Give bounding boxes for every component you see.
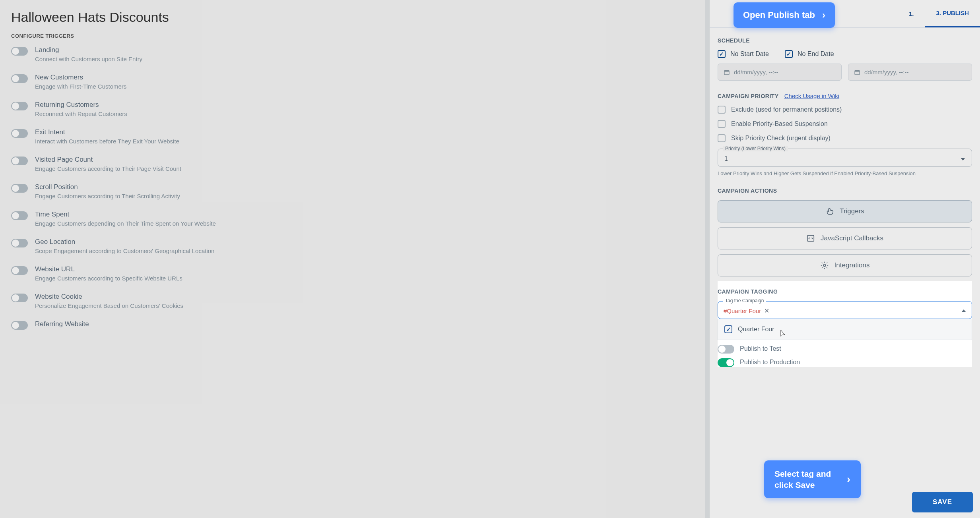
trigger-visited-page-count: Visited Page Count Engage Customers acco…: [11, 156, 694, 172]
trigger-website-url: Website URL Engage Customers according t…: [11, 265, 694, 282]
tooltip-select-tag-save: Select tag and click Save ›: [764, 460, 861, 498]
trigger-title: Returning Customers: [35, 101, 694, 109]
chevron-down-icon: [961, 158, 965, 160]
callbacks-label: JavaScript Callbacks: [821, 234, 883, 242]
toggle-website-cookie[interactable]: [11, 294, 28, 302]
toggle-website-url[interactable]: [11, 266, 28, 275]
tag-chip-text: #Quarter Four: [724, 307, 761, 314]
trigger-title: New Customers: [35, 73, 694, 81]
trigger-title: Visited Page Count: [35, 156, 694, 164]
tag-field-label: Tag the Campaign: [723, 298, 766, 303]
toggle-exit-intent[interactable]: [11, 129, 28, 138]
trigger-referring-website: Referring Website: [11, 320, 694, 330]
tag-option-quarter-four[interactable]: Quarter Four: [718, 319, 972, 340]
cursor-icon: [778, 329, 786, 339]
svg-point-3: [823, 264, 826, 267]
trigger-title: Exit Intent: [35, 128, 694, 136]
svg-rect-0: [724, 70, 729, 75]
calendar-icon: [724, 69, 730, 75]
trigger-desc: Engage Customers according to Their Scro…: [35, 193, 694, 199]
tab-publish[interactable]: 3. PUBLISH: [925, 0, 980, 27]
trigger-desc: Scope Engagement according to Customers'…: [35, 247, 694, 254]
gear-icon: [820, 261, 829, 270]
publish-test-label: Publish to Test: [740, 345, 781, 352]
tooltip-open-publish: Open Publish tab ›: [734, 2, 835, 28]
date-placeholder: dd/mm/yyyy, --:--: [734, 69, 778, 75]
triggers-button[interactable]: Triggers: [718, 200, 972, 222]
save-button[interactable]: SAVE: [912, 492, 973, 512]
toggle-time-spent[interactable]: [11, 211, 28, 220]
toggle-publish-test[interactable]: [718, 345, 734, 354]
trigger-title: Website URL: [35, 265, 694, 273]
tab-step1[interactable]: 1.: [898, 0, 925, 27]
publish-panel: Open Publish tab › 1. 3. PUBLISH SCHEDUL…: [710, 0, 980, 518]
trigger-returning-customers: Returning Customers Reconnect with Repea…: [11, 101, 694, 117]
toggle-scroll-position[interactable]: [11, 184, 28, 193]
tag-option-checkbox[interactable]: [724, 325, 732, 333]
chevron-right-icon: ›: [822, 10, 825, 21]
trigger-title: Landing: [35, 46, 694, 54]
trigger-landing: Landing Connect with Customers upon Site…: [11, 46, 694, 62]
tagging-header: CAMPAIGN TAGGING: [718, 288, 972, 295]
checkbox-enable-suspension[interactable]: [718, 120, 726, 128]
trigger-exit-intent: Exit Intent Interact with Customers befo…: [11, 128, 694, 145]
checkbox-skip-priority[interactable]: [718, 134, 726, 142]
trigger-title: Time Spent: [35, 211, 694, 218]
toggle-returning-customers[interactable]: [11, 102, 28, 110]
trigger-time-spent: Time Spent Engage Customers depending on…: [11, 211, 694, 227]
trigger-desc: Connect with Customers upon Site Entry: [35, 56, 694, 62]
date-placeholder: dd/mm/yyyy, --:--: [864, 69, 908, 75]
trigger-desc: Engage Customers according to Their Page…: [35, 165, 694, 172]
tag-select[interactable]: Tag the Campaign #Quarter Four ✕: [718, 301, 972, 319]
trigger-desc: Engage Customers according to Specific W…: [35, 275, 694, 282]
toggle-new-customers[interactable]: [11, 74, 28, 83]
trigger-desc: Personalize Engagement Based on Customer…: [35, 302, 694, 309]
tag-chip: #Quarter Four ✕: [724, 307, 769, 315]
toggle-landing[interactable]: [11, 47, 28, 56]
priority-header: CAMPAIGN PRIORITY: [718, 93, 779, 99]
svg-rect-1: [855, 70, 860, 75]
trigger-desc: Engage with First-Time Customers: [35, 83, 694, 90]
triggers-label: Triggers: [840, 207, 864, 215]
no-end-label: No End Date: [798, 50, 834, 58]
tabs: Open Publish tab › 1. 3. PUBLISH: [710, 0, 980, 28]
priority-value: 1: [724, 155, 728, 162]
skip-label: Skip Priority Check (urgent display): [731, 135, 831, 142]
triggers-panel: Halloween Hats Discounts CONFIGURE TRIGG…: [0, 0, 705, 518]
trigger-new-customers: New Customers Engage with First-Time Cus…: [11, 73, 694, 90]
tooltip-text: Open Publish tab: [743, 10, 815, 20]
tooltip-line1: Select tag and: [774, 468, 831, 479]
toggle-geo-location[interactable]: [11, 239, 28, 247]
tap-icon: [825, 207, 834, 216]
wiki-link[interactable]: Check Usage in Wiki: [784, 93, 839, 99]
trigger-geo-location: Geo Location Scope Engagement according …: [11, 238, 694, 254]
trigger-website-cookie: Website Cookie Personalize Engagement Ba…: [11, 293, 694, 309]
toggle-publish-production[interactable]: [718, 358, 734, 367]
end-date-input[interactable]: dd/mm/yyyy, --:--: [848, 64, 972, 81]
tab-publish-label: 3. PUBLISH: [936, 10, 969, 16]
trigger-title: Scroll Position: [35, 183, 694, 191]
toggle-referring-website[interactable]: [11, 321, 28, 330]
start-date-input[interactable]: dd/mm/yyyy, --:--: [718, 64, 842, 81]
tag-option-label: Quarter Four: [738, 326, 774, 333]
suspension-label: Enable Priority-Based Suspension: [731, 120, 828, 128]
actions-header: CAMPAIGN ACTIONS: [718, 187, 972, 194]
publish-body: SCHEDULE No Start Date No End Date dd/mm…: [710, 28, 980, 518]
triggers-list: Landing Connect with Customers upon Site…: [0, 46, 705, 518]
checkbox-no-end-date[interactable]: [785, 50, 793, 58]
priority-select[interactable]: Priority (Lower Priority Wins) 1: [718, 149, 972, 167]
remove-tag-icon[interactable]: ✕: [764, 307, 769, 315]
checkbox-exclude[interactable]: [718, 106, 726, 114]
scrollbar[interactable]: [705, 0, 710, 518]
integrations-button[interactable]: Integrations: [718, 254, 972, 276]
no-start-label: No Start Date: [730, 50, 769, 58]
checkbox-no-start-date[interactable]: [718, 50, 726, 58]
callbacks-button[interactable]: JavaScript Callbacks: [718, 227, 972, 249]
trigger-title: Referring Website: [35, 320, 694, 328]
trigger-desc: Reconnect with Repeat Customers: [35, 110, 694, 117]
svg-rect-2: [807, 236, 814, 242]
trigger-title: Website Cookie: [35, 293, 694, 301]
chevron-right-icon: ›: [847, 473, 850, 486]
toggle-visited-page-count[interactable]: [11, 157, 28, 165]
tooltip-line2: click Save: [774, 479, 831, 490]
